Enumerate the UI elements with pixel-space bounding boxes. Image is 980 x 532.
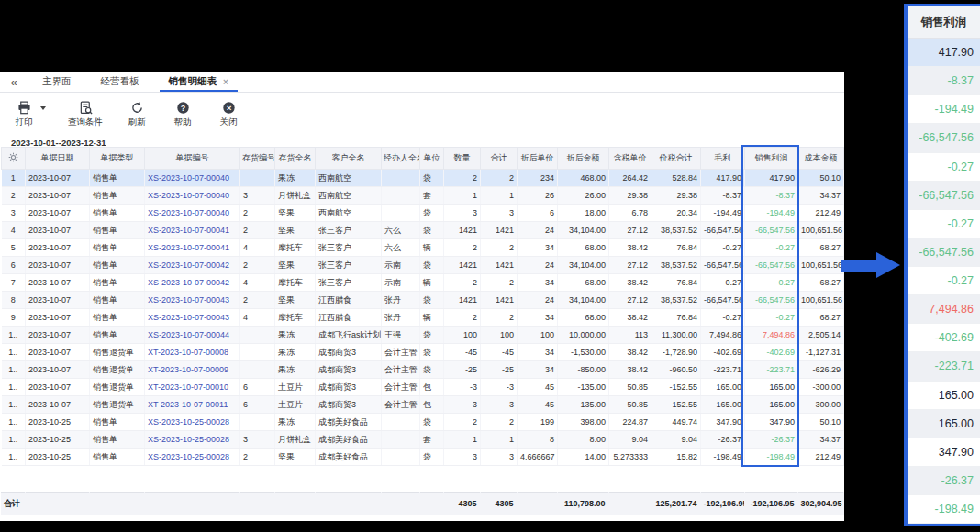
cell: -626.29 xyxy=(798,361,844,379)
cell xyxy=(382,187,420,205)
doc-number-link[interactable]: XS-2023-10-25-00028 xyxy=(148,435,229,444)
table-row[interactable]: 52023-10-07销售单XS-2023-10-07-000414摩托车张三客… xyxy=(2,239,844,257)
cell: 成都商贸3 xyxy=(316,344,382,361)
cell: 76.84 xyxy=(651,239,701,257)
table-row[interactable]: 92023-10-07销售单XS-2023-10-07-000434摩托车江西腊… xyxy=(2,309,844,327)
doc-number-link[interactable]: XS-2023-10-07-00040 xyxy=(148,173,229,183)
doc-number-link[interactable]: XT-2023-10-07-00011 xyxy=(148,400,228,409)
cell: 包 xyxy=(420,396,444,414)
collapse-sidebar-icon[interactable]: « xyxy=(0,72,28,92)
table-row[interactable]: 62023-10-07销售单XS-2023-10-07-000422坚果张三客户… xyxy=(2,257,844,274)
cell: 袋 xyxy=(420,361,444,379)
column-header-3: 单据编号 xyxy=(145,148,240,170)
column-header-2: 单据类型 xyxy=(90,148,145,170)
table-row[interactable]: 1..2023-10-07销售单XS-2023-10-07-00044果冻成都飞… xyxy=(2,327,844,344)
cell: 3 xyxy=(481,205,518,222)
table-row[interactable]: 82023-10-07销售单XS-2023-10-07-000432坚果江西腊食… xyxy=(2,292,844,309)
cell: 袋 xyxy=(420,327,444,344)
table-row[interactable]: 1..2023-10-25销售单XS-2023-10-25-000282坚果成都… xyxy=(2,449,844,466)
doc-number-link[interactable]: XS-2023-10-07-00041 xyxy=(148,243,229,252)
cell-doc-number: XS-2023-10-07-00041 xyxy=(145,222,240,239)
cell: 坚果 xyxy=(275,292,316,309)
cell: 成都商贸3 xyxy=(316,361,382,379)
cell: 1 xyxy=(444,431,481,449)
doc-number-link[interactable]: XS-2023-10-07-00044 xyxy=(148,330,229,339)
table-row[interactable]: 1..2023-10-07销售退货单XT-2023-10-07-000106土豆… xyxy=(2,379,844,396)
cell: 27.12 xyxy=(609,257,651,274)
doc-number-link[interactable]: XS-2023-10-07-00042 xyxy=(148,278,229,287)
doc-number-link[interactable]: XT-2023-10-07-00008 xyxy=(148,348,228,357)
help-label: 帮助 xyxy=(174,116,192,128)
tab-sales-detail[interactable]: 销售明细表 × xyxy=(154,72,243,92)
table-row[interactable]: 12023-10-07销售单XS-2023-10-07-00040果冻西南航空袋… xyxy=(2,170,844,187)
tab-close-icon[interactable]: × xyxy=(223,77,228,87)
cell: 2023-10-07 xyxy=(26,187,90,205)
query-conditions-button[interactable]: 查询条件 xyxy=(68,101,103,128)
tab-main[interactable]: 主界面 xyxy=(28,72,86,92)
doc-number-link[interactable]: XS-2023-10-25-00028 xyxy=(148,417,229,427)
table-row[interactable]: 1..2023-10-07销售退货单XT-2023-10-07-000116土豆… xyxy=(2,396,844,414)
cell: 2023-10-07 xyxy=(26,257,90,274)
cell: 销售单 xyxy=(90,222,145,239)
cell-doc-number: XT-2023-10-07-00008 xyxy=(145,344,240,361)
cell-doc-number: XS-2023-10-07-00043 xyxy=(145,309,240,327)
column-settings-gear[interactable] xyxy=(2,148,26,170)
doc-number-link[interactable]: XT-2023-10-07-00010 xyxy=(148,382,228,392)
cell: 2 xyxy=(481,239,518,257)
refresh-icon xyxy=(130,101,144,115)
zoom-profit-value: -402.69 xyxy=(908,324,980,352)
close-label: 关闭 xyxy=(220,116,238,128)
cell: 2 xyxy=(481,414,518,431)
doc-number-link[interactable]: XS-2023-10-07-00041 xyxy=(148,226,229,235)
cell: -26.37 xyxy=(701,431,745,449)
tab-dashboard-label: 经营看板 xyxy=(101,75,139,88)
cell: 销售单 xyxy=(90,170,145,187)
table-row[interactable]: 1..2023-10-07销售退货单XT-2023-10-07-00009果冻成… xyxy=(2,361,844,379)
print-button[interactable]: 打印 xyxy=(12,101,36,128)
cell: 果冻 xyxy=(275,414,316,431)
cell: 34,104.00 xyxy=(558,257,609,274)
cell: 张三客户 xyxy=(316,239,382,257)
cell: 1.. xyxy=(2,327,26,344)
table-row[interactable]: 1..2023-10-25销售单XS-2023-10-25-000283月饼礼盒… xyxy=(2,431,844,449)
cell: 34.37 xyxy=(798,431,844,449)
cell: 张丹 xyxy=(382,292,420,309)
doc-number-link[interactable]: XS-2023-10-07-00040 xyxy=(148,208,229,217)
zoom-profit-value: 347.90 xyxy=(908,438,980,467)
refresh-button[interactable]: 刷新 xyxy=(125,101,149,128)
cell: 6 xyxy=(2,257,26,274)
doc-number-link[interactable]: XS-2023-10-07-00043 xyxy=(148,313,229,322)
table-row[interactable]: 42023-10-07销售单XS-2023-10-07-000412坚果张三客户… xyxy=(2,222,844,239)
cell: -1,530.00 xyxy=(558,344,609,361)
doc-number-link[interactable]: XS-2023-10-07-00043 xyxy=(148,295,229,305)
cell: -402.69 xyxy=(701,344,745,361)
total-cell xyxy=(239,493,274,515)
cell: 袋 xyxy=(420,449,444,466)
column-header-7: 经办人全名 xyxy=(382,148,420,170)
cell: 7,494.86 xyxy=(701,327,745,344)
doc-number-link[interactable]: XS-2023-10-07-00042 xyxy=(148,260,229,270)
cell: 11,300.00 xyxy=(651,327,701,344)
cell xyxy=(382,205,420,222)
doc-number-link[interactable]: XT-2023-10-07-00009 xyxy=(148,365,228,374)
table-row[interactable]: 1..2023-10-07销售退货单XT-2023-10-07-00008果冻成… xyxy=(2,344,844,361)
table-row[interactable]: 1..2023-10-25销售单XS-2023-10-25-00028果冻成都美… xyxy=(2,414,844,431)
print-dropdown-caret[interactable] xyxy=(40,106,46,110)
table-row[interactable]: 22023-10-07销售单XS-2023-10-07-000403月饼礼盒西南… xyxy=(2,187,844,205)
cell: 2023-10-07 xyxy=(26,274,90,292)
cell: -66,547.56 xyxy=(701,222,745,239)
cell: -66,547.56 xyxy=(701,292,745,309)
cell: 38,537.52 xyxy=(651,292,701,309)
cell: 江西腊食 xyxy=(316,292,382,309)
cell xyxy=(382,431,420,449)
close-button[interactable]: × 关闭 xyxy=(217,101,240,128)
help-button[interactable]: ? 帮助 xyxy=(171,101,195,128)
tab-dashboard[interactable]: 经营看板 xyxy=(86,72,154,92)
cell: 袋 xyxy=(420,414,444,431)
doc-number-link[interactable]: XS-2023-10-25-00028 xyxy=(148,452,229,461)
table-row[interactable]: 72023-10-07销售单XS-2023-10-07-000424摩托车张三客… xyxy=(2,274,844,292)
cell: 辆 xyxy=(420,274,444,292)
cell: 销售单 xyxy=(90,309,145,327)
table-row[interactable]: 32023-10-07销售单XS-2023-10-07-000402坚果西南航空… xyxy=(2,205,844,222)
doc-number-link[interactable]: XS-2023-10-07-00040 xyxy=(148,191,229,200)
